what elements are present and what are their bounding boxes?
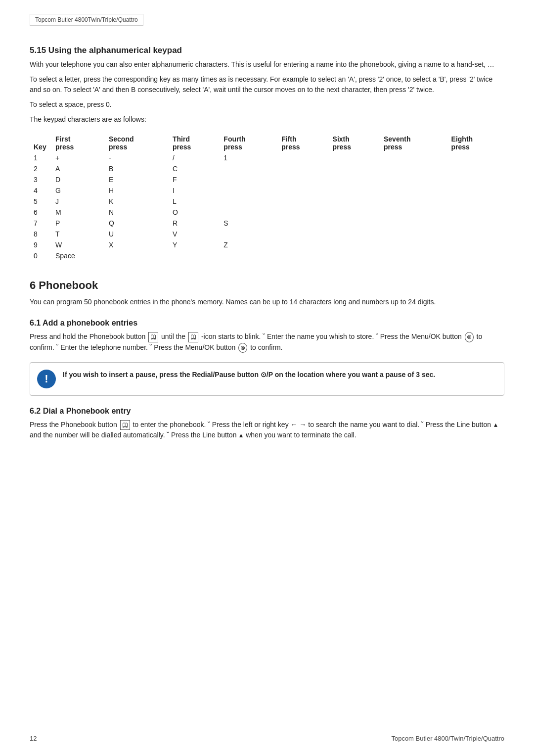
col-second: Secondpress bbox=[105, 134, 169, 152]
table-cell: H bbox=[105, 185, 169, 196]
page: Topcom Butler 4800Twin/Triple/Quattro 5.… bbox=[0, 0, 534, 756]
table-cell: Q bbox=[105, 218, 169, 229]
table-cell: L bbox=[169, 196, 220, 207]
content: 5.15 Using the alphanumerical keypad Wit… bbox=[0, 26, 534, 474]
table-cell bbox=[447, 152, 504, 163]
section-6-heading: 6 Phonebook bbox=[30, 279, 504, 292]
table-cell bbox=[447, 174, 504, 185]
table-cell: D bbox=[51, 174, 105, 185]
table-cell bbox=[220, 229, 277, 239]
section-61-heading: 6.1 Add a phonebook entries bbox=[30, 319, 504, 328]
col-seventh: Seventhpress bbox=[380, 134, 447, 152]
table-cell: E bbox=[105, 174, 169, 185]
table-row: 7PQRS bbox=[30, 218, 504, 229]
table-cell bbox=[380, 207, 447, 218]
table-cell: 8 bbox=[30, 229, 51, 239]
table-cell bbox=[380, 185, 447, 196]
footer-product-name: Topcom Butler 4800/Twin/Triple/Quattro bbox=[391, 735, 504, 742]
table-cell: Z bbox=[220, 239, 277, 250]
col-key: Key bbox=[30, 134, 51, 152]
table-cell bbox=[277, 218, 328, 229]
table-cell: W bbox=[51, 239, 105, 250]
table-cell bbox=[329, 239, 380, 250]
table-cell bbox=[277, 239, 328, 250]
table-cell bbox=[380, 250, 447, 261]
table-cell bbox=[277, 196, 328, 207]
section-61-para1e: to confirm. bbox=[250, 343, 282, 351]
table-cell: A bbox=[51, 163, 105, 174]
table-cell bbox=[447, 207, 504, 218]
table-cell: - bbox=[105, 152, 169, 163]
table-cell bbox=[220, 174, 277, 185]
table-header-row: Key Firstpress Secondpress Thirdpress Fo… bbox=[30, 134, 504, 152]
table-row: 2ABC bbox=[30, 163, 504, 174]
table-cell bbox=[380, 163, 447, 174]
table-cell bbox=[380, 218, 447, 229]
table-cell: 3 bbox=[30, 174, 51, 185]
table-cell: X bbox=[105, 239, 169, 250]
col-fifth: Fifthpress bbox=[277, 134, 328, 152]
table-cell: T bbox=[51, 229, 105, 239]
table-row: 4GHI bbox=[30, 185, 504, 196]
table-cell: O bbox=[169, 207, 220, 218]
table-cell: 1 bbox=[220, 152, 277, 163]
table-row: 3DEF bbox=[30, 174, 504, 185]
table-cell: 5 bbox=[30, 196, 51, 207]
table-cell: + bbox=[51, 152, 105, 163]
table-cell bbox=[447, 218, 504, 229]
table-cell bbox=[105, 250, 169, 261]
section-6-intro: You can program 50 phonebook entries in … bbox=[30, 297, 504, 308]
table-cell: P bbox=[51, 218, 105, 229]
table-cell bbox=[329, 185, 380, 196]
menuok-icon-1: ⊗ bbox=[465, 332, 474, 342]
section-515-para2: To select a letter, press the correspond… bbox=[30, 74, 504, 95]
table-cell bbox=[277, 207, 328, 218]
table-cell: V bbox=[169, 229, 220, 239]
phonebook-icon-2: 🕮 bbox=[188, 332, 198, 342]
table-cell bbox=[329, 163, 380, 174]
table-cell bbox=[447, 163, 504, 174]
header-bar: Topcom Butler 4800Twin/Triple/Quattro bbox=[30, 14, 143, 26]
footer: 12 Topcom Butler 4800/Twin/Triple/Quattr… bbox=[0, 735, 534, 742]
phonebook-icon-1: 🕮 bbox=[148, 332, 158, 342]
table-cell: 4 bbox=[30, 185, 51, 196]
table-cell bbox=[380, 239, 447, 250]
table-cell bbox=[220, 196, 277, 207]
line-icon-2: ▴ bbox=[239, 430, 243, 441]
table-cell bbox=[220, 207, 277, 218]
table-row: 9WXYZ bbox=[30, 239, 504, 250]
section-515-para1: With your telephone you can also enter a… bbox=[30, 59, 504, 70]
section-62-para1d: when you want to terminate the call. bbox=[246, 431, 356, 439]
section-62-para: Press the Phonebook button 🕮 to enter th… bbox=[30, 420, 504, 441]
section-62-heading: 6.2 Dial a Phonebook entry bbox=[30, 407, 504, 416]
table-cell: C bbox=[169, 163, 220, 174]
table-cell bbox=[447, 239, 504, 250]
table-cell bbox=[329, 152, 380, 163]
table-cell: U bbox=[105, 229, 169, 239]
table-cell bbox=[447, 196, 504, 207]
line-icon-1: ▴ bbox=[494, 420, 497, 430]
table-cell: Y bbox=[169, 239, 220, 250]
table-cell: F bbox=[169, 174, 220, 185]
table-cell bbox=[447, 250, 504, 261]
table-cell bbox=[380, 152, 447, 163]
footer-page-number: 12 bbox=[30, 735, 37, 742]
table-cell: 7 bbox=[30, 218, 51, 229]
section-61-para: Press and hold the Phonebook button 🕮 un… bbox=[30, 331, 504, 353]
table-cell bbox=[329, 207, 380, 218]
table-row: 5JKL bbox=[30, 196, 504, 207]
table-cell: Space bbox=[51, 250, 105, 261]
table-cell bbox=[380, 229, 447, 239]
table-row: 8TUV bbox=[30, 229, 504, 239]
section-61-para1: Press and hold the Phonebook button bbox=[30, 332, 145, 340]
phonebook-icon-3: 🕮 bbox=[120, 420, 130, 430]
table-cell: 9 bbox=[30, 239, 51, 250]
section-62-para1c: and the number will be dialled automatic… bbox=[30, 431, 236, 439]
section-62-para1: Press the Phonebook button bbox=[30, 421, 117, 428]
col-sixth: Sixthpress bbox=[329, 134, 380, 152]
table-cell: R bbox=[169, 218, 220, 229]
table-cell bbox=[277, 174, 328, 185]
header-title: Topcom Butler 4800Twin/Triple/Quattro bbox=[35, 16, 138, 23]
table-cell bbox=[329, 250, 380, 261]
table-cell bbox=[329, 196, 380, 207]
